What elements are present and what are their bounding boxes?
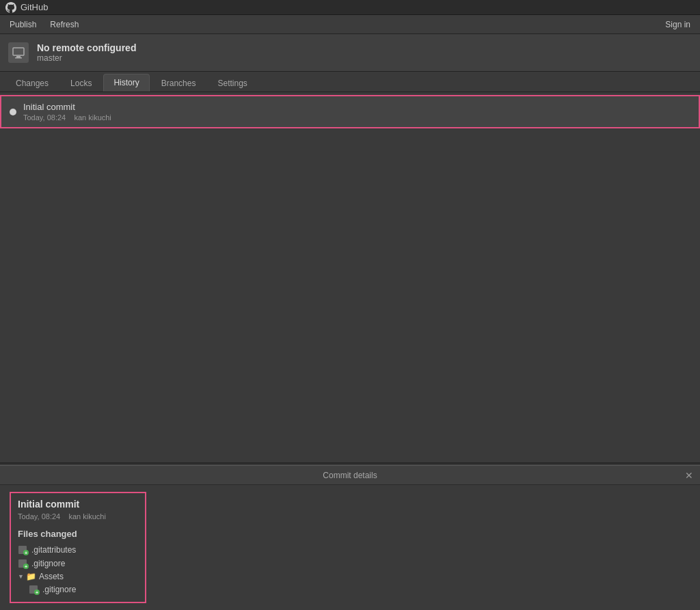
folder-icon: 📁 xyxy=(26,572,36,581)
toolbar: Publish Refresh Sign in xyxy=(0,15,700,34)
file-name: .gitattributes xyxy=(31,545,76,555)
close-commit-details-button[interactable]: ✕ xyxy=(684,470,695,481)
files-changed-label: Files changed xyxy=(18,529,138,539)
file-name: .gitignore xyxy=(31,559,65,568)
detail-commit-meta: Today, 08:24 kan kikuchi xyxy=(18,512,138,521)
history-list: Initial commit Today, 08:24 kan kikuchi xyxy=(0,92,700,462)
commit-info: Initial commit Today, 08:24 kan kikuchi xyxy=(23,102,111,122)
folder-name: Assets xyxy=(39,572,64,581)
commit-details-left-panel: Initial commit Today, 08:24 kan kikuchi … xyxy=(10,492,146,603)
svg-rect-2 xyxy=(15,57,22,59)
main-area: Initial commit Today, 08:24 kan kikuchi … xyxy=(0,92,700,610)
svg-text:+: + xyxy=(25,551,27,555)
tab-settings[interactable]: Settings xyxy=(207,74,257,92)
repo-icon xyxy=(8,42,29,63)
svg-rect-0 xyxy=(13,48,24,55)
commit-meta: Today, 08:24 kan kikuchi xyxy=(23,113,111,122)
file-item-assets-gitignore[interactable]: + .gitignore xyxy=(29,583,138,596)
repo-details: No remote configured master xyxy=(37,42,136,63)
folder-children-assets: + .gitignore xyxy=(18,583,138,596)
file-tree-assets: + .gitignore xyxy=(29,583,138,596)
detail-commit-author: kan kikuchi xyxy=(68,512,105,521)
commit-details-body: Initial commit Today, 08:24 kan kikuchi … xyxy=(0,485,700,610)
tab-locks[interactable]: Locks xyxy=(60,74,102,92)
publish-button[interactable]: Publish xyxy=(3,18,43,31)
file-name: .gitignore xyxy=(42,585,76,594)
monitor-icon xyxy=(12,46,25,59)
file-added-icon: + xyxy=(18,544,29,555)
file-added-icon: + xyxy=(18,558,29,569)
repo-name: No remote configured xyxy=(37,42,136,53)
commit-title: Initial commit xyxy=(23,102,111,112)
commit-dot xyxy=(10,109,16,115)
tab-branches[interactable]: Branches xyxy=(151,74,206,92)
tab-history[interactable]: History xyxy=(103,74,149,92)
file-item-gitignore-root[interactable]: + .gitignore xyxy=(18,557,138,570)
commit-details-header: Commit details ✕ xyxy=(0,466,700,485)
svg-rect-1 xyxy=(16,56,21,57)
detail-commit-date: Today, 08:24 xyxy=(18,512,60,521)
file-added-icon: + xyxy=(29,584,40,595)
detail-commit-title: Initial commit xyxy=(18,499,138,510)
svg-text:+: + xyxy=(25,564,27,569)
folder-chevron-icon: ▼ xyxy=(18,573,24,580)
github-icon xyxy=(5,2,16,13)
folder-item-assets[interactable]: ▼ 📁 Assets xyxy=(18,570,138,583)
file-item-gitattributes[interactable]: + .gitattributes xyxy=(18,543,138,557)
svg-text:+: + xyxy=(36,590,38,595)
commit-details-panel: Commit details ✕ Initial commit Today, 0… xyxy=(0,465,700,610)
repo-branch: master xyxy=(37,53,136,63)
repo-info-bar: No remote configured master xyxy=(0,34,700,72)
commit-details-title: Commit details xyxy=(323,471,377,480)
file-tree: + .gitattributes + . xyxy=(18,543,138,570)
refresh-button[interactable]: Refresh xyxy=(43,18,85,31)
app-title: GitHub xyxy=(21,2,48,12)
sign-in-button[interactable]: Sign in xyxy=(658,18,697,31)
tab-changes[interactable]: Changes xyxy=(5,74,59,92)
tabs-bar: Changes Locks History Branches Settings xyxy=(0,72,700,92)
commit-item[interactable]: Initial commit Today, 08:24 kan kikuchi xyxy=(0,95,700,128)
titlebar: GitHub xyxy=(0,0,700,15)
